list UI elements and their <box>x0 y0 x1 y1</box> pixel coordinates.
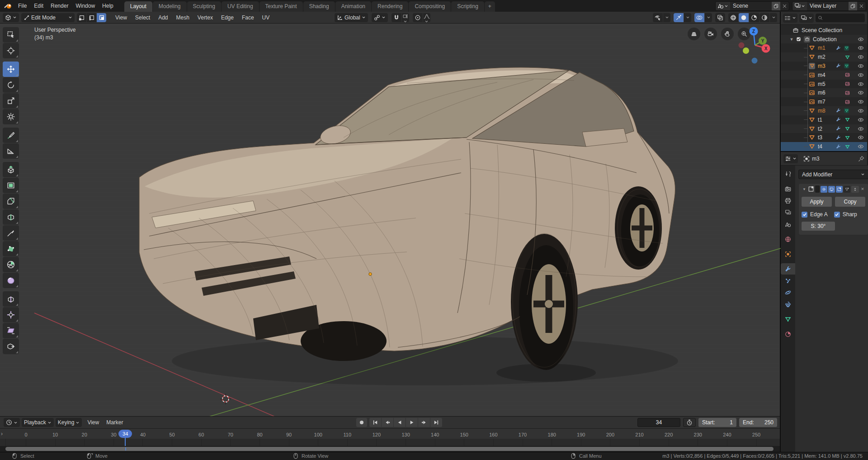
jump-end-button[interactable] <box>430 418 442 427</box>
timeline-menu-playback[interactable]: Playback <box>22 418 54 427</box>
object-name[interactable]: m5 <box>818 81 826 87</box>
properties-tab-scene[interactable] <box>781 218 795 230</box>
properties-tab-world[interactable] <box>781 233 795 245</box>
image-data-icon[interactable] <box>845 100 850 104</box>
collection-checkbox[interactable] <box>796 37 801 42</box>
modifier-delete-icon[interactable]: ✕ <box>860 187 865 191</box>
properties-editor-type-button[interactable] <box>783 154 798 163</box>
properties-tab-render[interactable] <box>781 183 795 194</box>
properties-tab-tool[interactable] <box>781 168 795 180</box>
shading-solid-button[interactable] <box>739 13 749 22</box>
tool-extrude-region[interactable] <box>3 162 19 177</box>
mesh-data-icon[interactable] <box>845 117 850 122</box>
outliner-row-m1[interactable]: m1 <box>781 43 867 52</box>
navigation-gizmo[interactable]: Y Z X <box>732 24 782 74</box>
unlink-scene-button[interactable] <box>780 2 789 10</box>
mesh-object-icon[interactable] <box>809 63 815 69</box>
tool-bevel[interactable] <box>3 194 19 209</box>
modifier-editmode-toggle[interactable] <box>836 186 843 193</box>
frame-end-field[interactable]: End: 250 <box>739 418 777 427</box>
frame-start-field[interactable]: Start: 1 <box>698 418 736 427</box>
outliner-row-m5[interactable]: m5 <box>781 80 867 89</box>
add-modifier-dropdown[interactable]: Add Modifier <box>798 170 868 179</box>
properties-tab-material[interactable] <box>781 328 795 340</box>
viewport-menu-face[interactable]: Face <box>238 13 258 22</box>
tool-move[interactable] <box>3 62 19 77</box>
workspace-tab-uv-editing[interactable]: UV Editing <box>222 1 259 12</box>
modifier-wrench-icon[interactable] <box>836 135 841 140</box>
properties-tab-modifiers[interactable] <box>781 263 795 275</box>
modifier-wrench-icon[interactable] <box>836 126 841 131</box>
xray-toggle[interactable] <box>715 13 725 22</box>
outliner-row-t2[interactable]: t2 <box>781 124 867 133</box>
outliner-row-collection[interactable]: ▼Collection <box>781 35 867 44</box>
tool-select-box[interactable] <box>3 27 19 43</box>
workspace-tab-scripting[interactable]: Scripting <box>451 1 484 12</box>
object-name[interactable]: m2 <box>818 54 826 60</box>
tool-loop-cut[interactable] <box>3 209 19 225</box>
tool-edge-slide[interactable] <box>3 291 19 307</box>
row-label[interactable]: Collection <box>813 36 837 43</box>
mesh-object-icon[interactable] <box>809 45 815 51</box>
outliner-row-m3[interactable]: m3 <box>781 62 867 71</box>
timeline-track[interactable] <box>0 439 780 446</box>
tool-scale[interactable] <box>3 93 19 109</box>
viewport-menu-view[interactable]: View <box>111 13 131 22</box>
mesh-data-icon[interactable] <box>845 135 850 140</box>
outliner-row-t4[interactable]: t4 <box>781 142 867 151</box>
nav-camera-button[interactable] <box>704 28 717 40</box>
tool-annotate[interactable] <box>3 128 19 143</box>
outliner-display-mode-button[interactable] <box>799 14 814 23</box>
nav-pan-hand-button[interactable] <box>721 28 734 40</box>
properties-tab-view-layer[interactable] <box>781 207 795 218</box>
viewport-menu-mesh[interactable]: Mesh <box>172 13 193 22</box>
hide-eye-icon[interactable] <box>858 81 864 87</box>
viewport-menu-uv[interactable]: UV <box>258 13 274 22</box>
viewport-canvas[interactable]: User Perspective (34) m3 Y Z X <box>0 24 780 416</box>
viewport-menu-add[interactable]: Add <box>154 13 172 22</box>
tool-shrink-fatten[interactable] <box>3 307 19 322</box>
new-scene-button[interactable] <box>772 2 780 10</box>
remove-view-layer-button[interactable] <box>857 2 866 10</box>
hide-eye-icon[interactable] <box>858 63 864 69</box>
show-gizmos-toggle[interactable] <box>674 13 684 22</box>
mesh-object-icon[interactable] <box>809 117 815 123</box>
expand-arrow-icon[interactable]: › <box>1 431 3 437</box>
mesh-object-icon[interactable] <box>809 143 815 150</box>
object-name[interactable]: m7 <box>818 99 826 105</box>
record-button[interactable] <box>356 418 367 427</box>
select-mode-vertex-button[interactable] <box>77 13 86 22</box>
workspace-tab-rendering[interactable]: Rendering <box>372 1 408 12</box>
blender-logo-icon[interactable] <box>4 2 13 10</box>
workspace-tab-compositing[interactable]: Compositing <box>409 1 451 12</box>
breadcrumb-object-name[interactable]: m3 <box>812 156 820 162</box>
image-data-icon[interactable] <box>845 72 850 77</box>
mesh-object-icon[interactable] <box>809 134 815 141</box>
mesh-data-icon[interactable] <box>845 144 850 149</box>
tool-poly-build[interactable] <box>3 241 19 256</box>
workspace-tab-modeling[interactable]: Modeling <box>153 1 187 12</box>
object-name[interactable]: m1 <box>818 45 826 51</box>
new-view-layer-button[interactable] <box>849 2 857 10</box>
auto-keying-button[interactable] <box>683 418 696 427</box>
hide-eye-icon[interactable] <box>858 143 864 150</box>
properties-tab-object-data[interactable] <box>781 313 795 325</box>
workspace-tab-layout[interactable]: Layout <box>124 1 152 12</box>
image-object-icon[interactable] <box>809 81 815 87</box>
view-layer-selector[interactable]: View Layer <box>792 1 866 11</box>
object-name[interactable]: m3 <box>818 63 826 69</box>
object-name[interactable]: m4 <box>818 72 826 78</box>
timeline-menu-view[interactable]: View <box>84 418 103 427</box>
properties-tab-constraints[interactable] <box>781 299 795 310</box>
mesh-data-icon[interactable] <box>845 126 850 131</box>
timeline-ruler-area[interactable]: › 01020304050607080901001101201301401501… <box>0 429 780 446</box>
mesh-data-icon[interactable] <box>845 55 850 60</box>
hide-eye-icon[interactable] <box>858 72 864 78</box>
visibility-chevron[interactable] <box>663 13 670 22</box>
menu-edit[interactable]: Edit <box>30 1 47 10</box>
hide-eye-icon[interactable] <box>858 36 864 43</box>
select-mode-edge-button[interactable] <box>87 13 96 22</box>
timeline-menu-keying[interactable]: Keying <box>56 418 82 427</box>
mesh-object-icon[interactable] <box>809 54 815 60</box>
show-overlays-toggle[interactable] <box>694 13 704 22</box>
